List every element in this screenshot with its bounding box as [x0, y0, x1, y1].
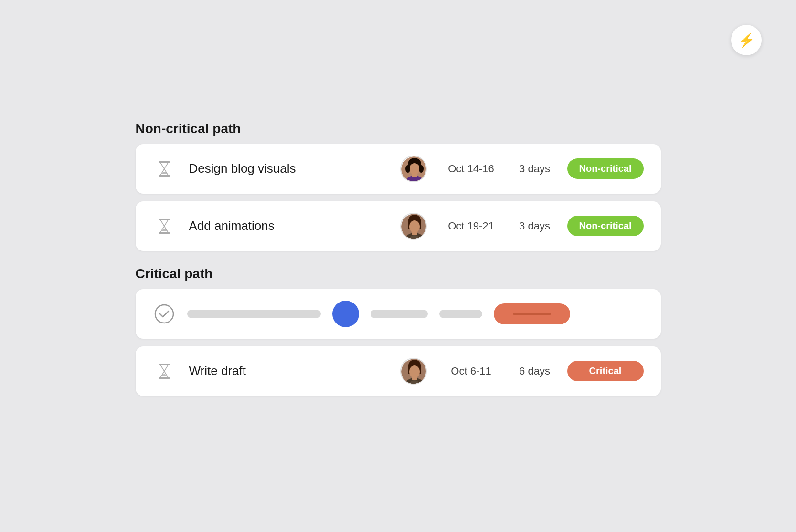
task-1-duration: 3 days: [516, 163, 554, 175]
task-1-avatar: [400, 156, 427, 182]
task-card-add-animations[interactable]: Add animations: [136, 201, 661, 251]
task-2-avatar: [400, 213, 427, 240]
task-card-redacted[interactable]: [136, 289, 661, 339]
svg-point-19: [155, 305, 173, 323]
redacted-bar-date: [371, 310, 428, 318]
svg-rect-28: [412, 377, 417, 380]
task-4-date: Oct 6-11: [440, 365, 502, 377]
task-1-date: Oct 14-16: [440, 163, 502, 175]
badge-redacted-line: [513, 313, 551, 315]
svg-point-5: [405, 165, 410, 173]
task-4-avatar: [400, 358, 427, 385]
task-4-duration: 6 days: [516, 365, 554, 377]
hourglass-icon-3: [153, 360, 176, 383]
hourglass-icon: [153, 157, 176, 180]
task-card-design-blog-visuals[interactable]: Design blog visuals: [136, 144, 661, 194]
task-2-badge: Non-critical: [567, 216, 644, 236]
task-4-name: Write draft: [189, 364, 387, 378]
svg-point-4: [409, 163, 420, 175]
hourglass-icon-2: [153, 215, 176, 238]
checkmark-icon: [153, 303, 176, 325]
lightning-icon: ⚡: [738, 32, 755, 48]
svg-point-26: [409, 365, 420, 378]
redacted-bar-duration: [439, 310, 482, 318]
task-1-name: Design blog visuals: [189, 161, 387, 176]
svg-point-15: [409, 220, 420, 233]
svg-rect-17: [412, 232, 417, 235]
svg-point-6: [419, 165, 424, 173]
page-container: Non-critical path Design blog visuals: [0, 0, 796, 532]
task-3-avatar-blue: [332, 301, 359, 327]
task-card-write-draft[interactable]: Write draft: [136, 346, 661, 396]
non-critical-section: Non-critical path Design blog visuals: [136, 121, 661, 251]
lightning-action-button[interactable]: ⚡: [731, 25, 762, 55]
content-area: Non-critical path Design blog visuals: [136, 121, 661, 411]
task-2-name: Add animations: [189, 219, 387, 233]
critical-section-title: Critical path: [136, 266, 661, 282]
redacted-bar-name: [187, 310, 321, 318]
non-critical-section-title: Non-critical path: [136, 121, 661, 136]
task-1-badge: Non-critical: [567, 158, 644, 179]
task-3-badge-redacted: [494, 303, 570, 324]
task-2-date: Oct 19-21: [440, 220, 502, 232]
svg-rect-8: [412, 174, 417, 177]
task-2-duration: 3 days: [516, 220, 554, 232]
critical-section: Critical path: [136, 266, 661, 396]
task-4-badge: Critical: [567, 361, 644, 381]
